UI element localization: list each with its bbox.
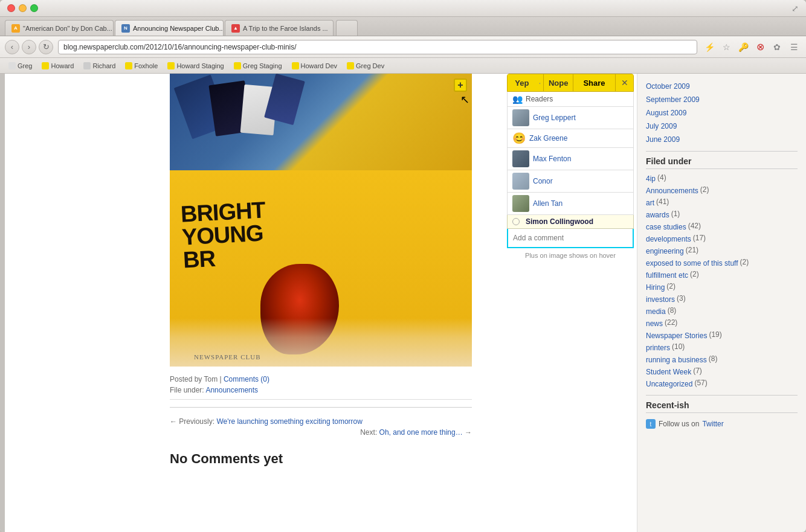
username-greg[interactable]: Greg Leppert: [533, 114, 628, 122]
article-meta: Posted by Tom | Comments (0) File under:…: [170, 370, 472, 441]
comment-input[interactable]: [508, 229, 633, 247]
annotation-text: Plus on image shows on hover: [507, 248, 634, 263]
bookmark-label-greg: Greg: [18, 62, 32, 69]
close-overlay-button[interactable]: ✕: [615, 74, 633, 91]
category-link-printers[interactable]: printers: [646, 342, 670, 353]
minimize-button[interactable]: [19, 4, 27, 12]
follow-text: Follow us on: [659, 420, 699, 428]
sidebar-date-jul2009[interactable]: July 2009: [646, 120, 798, 133]
content-container: + ↖ BRIGHTYOUNGBR NEWSPAPER CLUB: [5, 74, 806, 532]
comments-link[interactable]: Comments (0): [224, 375, 269, 383]
tab-american-don[interactable]: A "American Don" by Don Cab... ✕: [5, 20, 114, 36]
bookmark-favicon-howard: [42, 62, 49, 69]
category-count: (42): [688, 222, 701, 232]
category-link-uncategorized[interactable]: Uncategorized: [646, 379, 692, 389]
category-link-investors[interactable]: investors: [646, 294, 675, 305]
sidebar-date-sep2009[interactable]: September 2009: [646, 93, 798, 106]
bookmark-howard[interactable]: Howard: [38, 61, 77, 71]
twitter-row: t Follow us on Twitter: [646, 417, 798, 431]
category-link-case-studies[interactable]: case studies: [646, 222, 686, 232]
address-text: blog.newspaperclub.com/2012/10/16/announ…: [63, 43, 297, 51]
username-zak[interactable]: Zak Greene: [529, 134, 628, 143]
username-max[interactable]: Max Fenton: [533, 155, 628, 163]
emoji-zak: 😊: [512, 132, 526, 145]
category-link-running-a-business[interactable]: running a business: [646, 354, 707, 365]
menu-icon[interactable]: ☰: [787, 40, 801, 54]
forward-button[interactable]: ›: [22, 40, 36, 54]
sidebar-date-jun2009[interactable]: June 2009: [646, 133, 798, 146]
nope-button[interactable]: Nope: [543, 74, 573, 91]
bookmark-howard-dev[interactable]: Howard Dev: [288, 61, 341, 71]
category-row: exposed to some of this stuff (2): [646, 257, 798, 269]
username-conor[interactable]: Conor: [533, 177, 628, 185]
fullscreen-icon[interactable]: ⤢: [791, 4, 799, 13]
bookmark-richard[interactable]: Richard: [80, 61, 119, 71]
twitter-link[interactable]: Twitter: [702, 420, 723, 428]
back-button[interactable]: ‹: [5, 40, 19, 54]
bookmark-howard-staging[interactable]: Howard Staging: [164, 61, 227, 71]
announcements-link[interactable]: Announcements: [205, 386, 258, 394]
article-image-top: + ↖: [170, 74, 472, 170]
star-icon[interactable]: ☆: [719, 40, 733, 54]
posted-by-text: Posted by Tom |: [170, 375, 222, 383]
category-row: 4ip (4): [646, 173, 798, 185]
category-link-engineering[interactable]: engineering: [646, 246, 684, 257]
category-link-4ip[interactable]: 4ip: [646, 173, 656, 184]
bookmark-favicon-greg-staging: [234, 62, 241, 69]
reload-button[interactable]: ↻: [39, 40, 53, 54]
username-allen[interactable]: Allen Tan: [533, 199, 628, 208]
sidebar-date-aug2009[interactable]: August 2009: [646, 106, 798, 120]
prev-link[interactable]: We're launching something exciting tomor…: [216, 417, 363, 426]
paper-overlay: NEWSPAPER CLUB: [170, 318, 472, 367]
new-tab-button[interactable]: [336, 20, 358, 36]
category-count: (1): [671, 210, 680, 220]
category-link-news[interactable]: news: [646, 318, 663, 329]
maximize-button[interactable]: [30, 4, 38, 12]
category-link-announcements[interactable]: Announcements: [646, 185, 698, 196]
tab-faroe-islands[interactable]: ▲ A Trip to the Faroe Islands ... ✕: [225, 20, 334, 36]
categories-list: 4ip (4)Announcements (2)art (41)awards (…: [646, 173, 798, 390]
category-link-exposed-to-some-of-this-stuff[interactable]: exposed to some of this stuff: [646, 258, 738, 269]
tab-favicon-1: A: [11, 24, 20, 33]
next-link[interactable]: Oh, and one more thing…: [379, 428, 463, 437]
next-nav: Next: Oh, and one more thing… →: [170, 428, 472, 437]
image-plus-button[interactable]: +: [454, 79, 467, 92]
category-count: (2): [740, 258, 749, 269]
category-link-hiring[interactable]: Hiring: [646, 282, 665, 293]
browser-window: ⤢ A "American Don" by Don Cab... ✕ N Ann…: [0, 0, 806, 532]
user-row-zak: 😊 Zak Greene: [507, 129, 634, 148]
close-button[interactable]: [7, 4, 15, 12]
bookmark-greg-dev[interactable]: Greg Dev: [343, 61, 388, 71]
category-link-student-week[interactable]: Student Week: [646, 367, 691, 377]
bookmark-favicon-foxhole: [125, 62, 132, 69]
avatar-greg: [512, 109, 529, 126]
category-link-fulfillment-etc[interactable]: fulfillment etc: [646, 270, 688, 281]
category-row: fulfillment etc (2): [646, 269, 798, 281]
category-row: Hiring (2): [646, 281, 798, 293]
yep-button[interactable]: Yep: [508, 74, 537, 91]
divider: [170, 407, 472, 408]
bookmark-greg[interactable]: Greg: [5, 61, 36, 71]
share-button[interactable]: Share: [573, 74, 615, 91]
key-icon: 🔑: [736, 40, 750, 54]
bookmark-greg-staging[interactable]: Greg Staging: [230, 61, 286, 71]
category-row: Student Week (7): [646, 366, 798, 378]
bookmark-foxhole[interactable]: Foxhole: [121, 61, 161, 71]
address-bar[interactable]: blog.newspaperclub.com/2012/10/16/announ…: [58, 40, 697, 54]
category-link-awards[interactable]: awards: [646, 210, 669, 220]
tab-newspaper-club[interactable]: N Announcing Newspaper Club... ✕: [115, 20, 224, 36]
username-simon[interactable]: Simon Collingwood: [526, 217, 628, 226]
sidebar-date-oct2009[interactable]: October 2009: [646, 80, 798, 93]
twitter-icon: t: [646, 419, 656, 429]
tab-favicon-3: ▲: [231, 24, 240, 33]
category-row: awards (1): [646, 209, 798, 221]
category-link-newspaper-stories[interactable]: Newspaper Stories: [646, 330, 707, 341]
bookmark-label-howard: Howard: [51, 62, 74, 69]
tab-favicon-2: N: [121, 24, 130, 33]
tab-label-3: A Trip to the Faroe Islands ...: [243, 25, 328, 32]
category-link-developments[interactable]: developments: [646, 234, 691, 245]
category-link-media[interactable]: media: [646, 306, 666, 317]
category-row: Newspaper Stories (19): [646, 330, 798, 342]
stop-icon: ⊗: [753, 40, 767, 54]
category-link-art[interactable]: art: [646, 197, 654, 208]
